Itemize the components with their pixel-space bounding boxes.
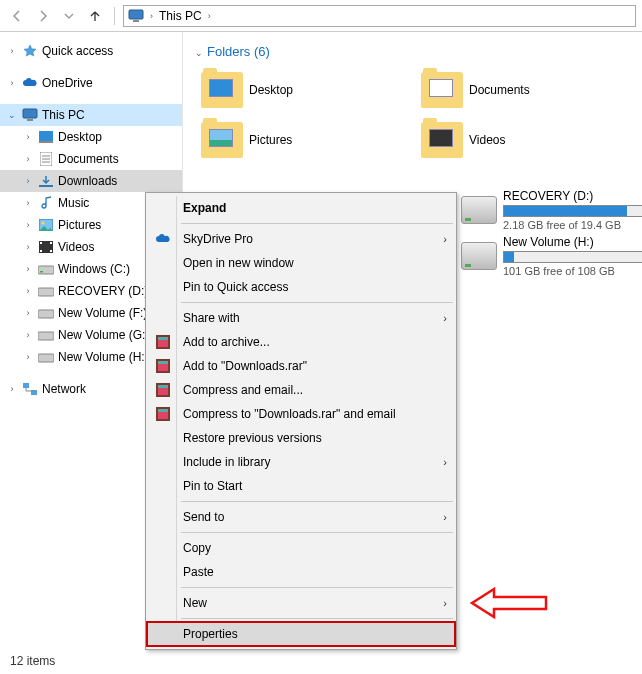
- tree-documents[interactable]: › Documents: [0, 148, 182, 170]
- picture-icon: [38, 217, 54, 233]
- drive-icon: [38, 349, 54, 365]
- context-item-new[interactable]: New›: [147, 591, 455, 615]
- context-separator: [181, 587, 453, 588]
- chevron-right-icon: ›: [6, 46, 18, 56]
- context-item-send-to[interactable]: Send to›: [147, 505, 455, 529]
- context-item-add-rar[interactable]: Add to "Downloads.rar": [147, 354, 455, 378]
- drive-capacity-bar: [503, 251, 642, 263]
- folder-icon: [421, 122, 463, 158]
- svg-rect-15: [40, 250, 42, 252]
- status-bar-item-count: 12 items: [10, 654, 55, 668]
- svg-rect-5: [39, 141, 53, 143]
- svg-rect-0: [129, 10, 143, 19]
- tree-downloads[interactable]: › Downloads: [0, 170, 182, 192]
- up-button[interactable]: [84, 5, 106, 27]
- toolbar-separator: [114, 7, 115, 25]
- star-icon: [22, 43, 38, 59]
- chevron-right-icon: ›: [22, 198, 34, 208]
- drive-free-label: 101 GB free of 108 GB: [503, 265, 642, 277]
- svg-rect-4: [39, 131, 53, 141]
- context-item-open-new-window[interactable]: Open in new window: [147, 251, 455, 275]
- archive-icon: [155, 334, 171, 350]
- context-item-share-with[interactable]: Share with›: [147, 306, 455, 330]
- svg-rect-14: [40, 242, 42, 244]
- tree-quick-access[interactable]: › Quick access: [0, 40, 182, 62]
- annotation-arrow: [470, 586, 548, 620]
- folder-label: Documents: [469, 83, 530, 97]
- archive-icon: [155, 406, 171, 422]
- submenu-arrow-icon: ›: [443, 233, 447, 245]
- context-item-expand[interactable]: Expand: [147, 196, 455, 220]
- svg-rect-34: [158, 385, 168, 388]
- context-item-compress-rar-email[interactable]: Compress to "Downloads.rar" and email: [147, 402, 455, 426]
- drive-free-label: 2.18 GB free of 19.4 GB: [503, 219, 642, 231]
- svg-rect-20: [38, 288, 54, 296]
- context-item-properties[interactable]: Properties: [147, 622, 455, 646]
- folder-pictures[interactable]: Pictures: [201, 117, 381, 163]
- tree-this-pc[interactable]: ⌄ This PC: [0, 104, 182, 126]
- breadcrumb-this-pc[interactable]: This PC: [159, 9, 202, 23]
- drive-icon: [461, 196, 497, 224]
- tree-label: New Volume (G:): [58, 328, 149, 342]
- chevron-down-icon: ⌄: [6, 110, 18, 120]
- this-pc-icon: [128, 9, 144, 23]
- back-button[interactable]: [6, 5, 28, 27]
- context-separator: [181, 618, 453, 619]
- context-item-copy[interactable]: Copy: [147, 536, 455, 560]
- tree-onedrive[interactable]: › OneDrive: [0, 72, 182, 94]
- folder-icon: [201, 72, 243, 108]
- context-item-add-archive[interactable]: Add to archive...: [147, 330, 455, 354]
- chevron-right-icon: ›: [22, 154, 34, 164]
- tree-label: OneDrive: [42, 76, 93, 90]
- chevron-right-icon: ›: [22, 286, 34, 296]
- chevron-right-icon: ›: [6, 384, 18, 394]
- submenu-arrow-icon: ›: [443, 597, 447, 609]
- drive-icon: [38, 327, 54, 343]
- svg-point-12: [42, 222, 45, 225]
- submenu-arrow-icon: ›: [443, 456, 447, 468]
- drive-icon: [38, 305, 54, 321]
- context-separator: [181, 532, 453, 533]
- drive-label: RECOVERY (D:): [503, 189, 642, 203]
- chevron-right-icon: ›: [6, 78, 18, 88]
- folder-documents[interactable]: Documents: [421, 67, 601, 113]
- context-item-pin-start[interactable]: Pin to Start: [147, 474, 455, 498]
- video-icon: [38, 239, 54, 255]
- svg-rect-31: [158, 361, 168, 364]
- folder-videos[interactable]: Videos: [421, 117, 601, 163]
- tree-label: Downloads: [58, 174, 117, 188]
- submenu-arrow-icon: ›: [443, 511, 447, 523]
- forward-button[interactable]: [32, 5, 54, 27]
- folders-heading[interactable]: ⌄Folders (6): [195, 40, 642, 67]
- context-item-skydrive[interactable]: SkyDrive Pro›: [147, 227, 455, 251]
- drive-icon: [38, 261, 54, 277]
- chevron-right-icon: ›: [22, 242, 34, 252]
- drive-new-volume-h[interactable]: New Volume (H:) 101 GB free of 108 GB: [461, 233, 642, 279]
- svg-rect-24: [23, 383, 29, 388]
- address-bar[interactable]: › This PC ›: [123, 5, 636, 27]
- context-item-include-library[interactable]: Include in library›: [147, 450, 455, 474]
- tree-label: Windows (C:): [58, 262, 130, 276]
- folders-heading-label: Folders (6): [207, 44, 270, 59]
- drive-icon: [461, 242, 497, 270]
- context-item-restore-versions[interactable]: Restore previous versions: [147, 426, 455, 450]
- chevron-down-icon: ⌄: [195, 48, 203, 58]
- document-icon: [38, 151, 54, 167]
- tree-label: New Volume (H:): [58, 350, 149, 364]
- chevron-right-icon: ›: [22, 176, 34, 186]
- folder-desktop[interactable]: Desktop: [201, 67, 381, 113]
- drive-recovery-d[interactable]: RECOVERY (D:) 2.18 GB free of 19.4 GB: [461, 187, 642, 233]
- context-separator: [181, 501, 453, 502]
- svg-rect-17: [50, 250, 52, 252]
- cloud-icon: [155, 231, 171, 247]
- chevron-right-icon: ›: [22, 352, 34, 362]
- breadcrumb-separator: ›: [150, 11, 153, 21]
- svg-rect-10: [39, 185, 53, 187]
- recent-locations-button[interactable]: [58, 5, 80, 27]
- context-item-compress-email[interactable]: Compress and email...: [147, 378, 455, 402]
- context-item-paste[interactable]: Paste: [147, 560, 455, 584]
- tree-desktop[interactable]: › Desktop: [0, 126, 182, 148]
- breadcrumb-separator: ›: [208, 11, 211, 21]
- context-item-pin-quick-access[interactable]: Pin to Quick access: [147, 275, 455, 299]
- submenu-arrow-icon: ›: [443, 312, 447, 324]
